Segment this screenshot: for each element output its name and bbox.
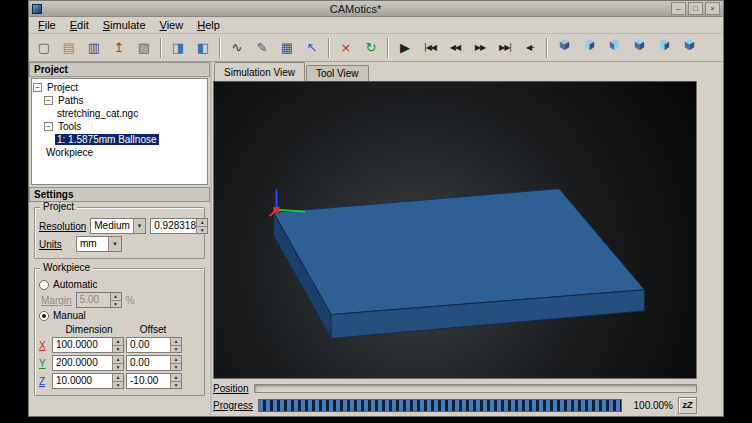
- spin-down-icon[interactable]: ▼: [171, 346, 181, 353]
- spin-down-icon[interactable]: ▼: [113, 382, 123, 389]
- spin-up-icon[interactable]: ▲: [171, 356, 181, 364]
- progress-bar: [258, 399, 622, 412]
- view-back-icon[interactable]: [652, 36, 676, 60]
- tree-item-label: Tools: [56, 121, 83, 132]
- open-project-icon[interactable]: ▤: [57, 36, 81, 60]
- margin-label[interactable]: Margin: [41, 295, 72, 306]
- z-offset-spinbox[interactable]: -10.00 ▲ ▼: [126, 373, 182, 389]
- window-title: CAMotics*: [42, 3, 669, 15]
- spin-down-icon[interactable]: ▼: [171, 382, 181, 389]
- position-label[interactable]: Position: [213, 383, 249, 394]
- close-button[interactable]: ×: [705, 2, 720, 15]
- spin-up-icon[interactable]: ▲: [113, 356, 123, 364]
- maximize-button[interactable]: □: [688, 2, 703, 15]
- collapse-icon[interactable]: −: [33, 83, 42, 92]
- z-axis-label[interactable]: Z: [39, 376, 50, 387]
- tree-item-gcode-file[interactable]: stretching_cat.ngc: [33, 107, 206, 120]
- manual-radio[interactable]: [39, 311, 49, 321]
- progress-label[interactable]: Progress: [213, 400, 253, 411]
- x-dimension-spinbox[interactable]: 100.0000 ▲ ▼: [52, 337, 124, 353]
- spin-up-icon[interactable]: ▲: [113, 374, 123, 382]
- project-group-legend: Project: [40, 202, 77, 212]
- view-front-icon[interactable]: [577, 36, 601, 60]
- menu-simulate[interactable]: Simulate: [96, 18, 153, 32]
- stop-icon[interactable]: ×: [334, 36, 358, 60]
- sleep-button[interactable]: zZ: [678, 397, 697, 414]
- view-top-icon[interactable]: [627, 36, 651, 60]
- y-offset-spinbox[interactable]: 0.00 ▲ ▼: [126, 355, 182, 371]
- fast-forward-icon[interactable]: ▶▶: [468, 36, 492, 60]
- view-right-icon[interactable]: [602, 36, 626, 60]
- spin-up-icon[interactable]: ▲: [113, 338, 123, 346]
- resolution-label[interactable]: Resolution: [39, 221, 86, 232]
- automatic-radio[interactable]: [39, 280, 49, 290]
- menu-help[interactable]: Help: [190, 18, 227, 32]
- spinner-buttons: ▲ ▼: [196, 219, 207, 233]
- grid-icon[interactable]: ▦: [275, 36, 299, 60]
- x-offset-spinbox[interactable]: 0.00 ▲ ▼: [126, 337, 182, 353]
- collapse-icon[interactable]: −: [44, 122, 53, 131]
- tree-item-tools[interactable]: − Tools: [33, 120, 206, 133]
- toolpath-icon[interactable]: ∿: [225, 36, 249, 60]
- spin-up-icon[interactable]: ▲: [171, 374, 181, 382]
- spin-up-icon[interactable]: ▲: [197, 219, 207, 227]
- menu-file[interactable]: File: [31, 18, 63, 32]
- x-axis-label[interactable]: X: [39, 340, 50, 351]
- play-icon[interactable]: ▶: [393, 36, 417, 60]
- rewind-icon[interactable]: ◀◀: [443, 36, 467, 60]
- menu-view[interactable]: View: [153, 18, 191, 32]
- resolution-spinbox[interactable]: 0.928318 ▲ ▼: [150, 218, 208, 234]
- reload-icon[interactable]: ↻: [359, 36, 383, 60]
- step-back-icon[interactable]: ◀–: [518, 36, 542, 60]
- position-row: Position: [213, 382, 697, 394]
- minimize-button[interactable]: –: [671, 2, 686, 15]
- resolution-row: Resolution Medium ▼ 0.928318 ▲ ▼: [39, 218, 200, 234]
- header-spacer: [39, 324, 53, 335]
- dimension-table-header: Dimension Offset: [39, 324, 200, 335]
- remove-tool-icon[interactable]: ◧: [191, 36, 215, 60]
- export-icon[interactable]: ↥: [107, 36, 131, 60]
- y-axis-label[interactable]: Y: [39, 358, 50, 369]
- view-bottom-icon[interactable]: [677, 36, 701, 60]
- new-project-icon[interactable]: ▢: [32, 36, 56, 60]
- resolution-select[interactable]: Medium ▼: [90, 218, 146, 234]
- edit-icon[interactable]: ✎: [250, 36, 274, 60]
- title-bar[interactable]: CAMotics* – □ ×: [29, 1, 723, 17]
- tree-item-label: Paths: [56, 95, 86, 106]
- select-icon[interactable]: ↖: [300, 36, 324, 60]
- spin-down-icon[interactable]: ▼: [113, 364, 123, 371]
- spin-down-icon[interactable]: ▼: [171, 364, 181, 371]
- tab-simulation-view[interactable]: Simulation View: [214, 62, 305, 81]
- chevron-down-icon[interactable]: ▼: [133, 219, 145, 233]
- skip-to-start-icon[interactable]: |◀◀: [418, 36, 442, 60]
- y-dimension-value: 200.0000: [53, 356, 112, 370]
- spin-up-icon[interactable]: ▲: [171, 338, 181, 346]
- tree-item-project[interactable]: − Project: [33, 81, 206, 94]
- menu-edit[interactable]: Edit: [63, 18, 96, 32]
- save-project-icon[interactable]: ▥: [82, 36, 106, 60]
- tab-tool-view[interactable]: Tool View: [306, 65, 369, 81]
- tree-item-paths[interactable]: − Paths: [33, 94, 206, 107]
- left-panel: Project − Project − Paths stretching_cat…: [29, 62, 212, 416]
- main-content: Project − Project − Paths stretching_cat…: [29, 62, 723, 416]
- snapshot-icon[interactable]: ▧: [132, 36, 156, 60]
- add-tool-icon[interactable]: ◨: [166, 36, 190, 60]
- spin-down-icon[interactable]: ▼: [113, 346, 123, 353]
- tree-item-label: stretching_cat.ngc: [55, 108, 140, 119]
- skip-to-end-icon[interactable]: ▶▶|: [493, 36, 517, 60]
- collapse-icon[interactable]: −: [44, 96, 53, 105]
- tree-item-workpiece[interactable]: Workpiece: [33, 146, 206, 159]
- y-dimension-spinbox[interactable]: 200.0000 ▲ ▼: [52, 355, 124, 371]
- spin-down-icon[interactable]: ▼: [197, 227, 207, 234]
- tree-item-ballnose-tool[interactable]: 1: 1.5875mm Ballnose: [33, 133, 206, 146]
- toolbar-separator: [328, 38, 330, 58]
- view-isometric-icon[interactable]: [552, 36, 576, 60]
- 3d-viewport[interactable]: [213, 81, 697, 379]
- spinner-buttons: ▲ ▼: [110, 293, 121, 307]
- position-slider[interactable]: [254, 384, 697, 393]
- z-dimension-spinbox[interactable]: 10.0000 ▲ ▼: [52, 373, 124, 389]
- units-select[interactable]: mm ▼: [76, 236, 122, 252]
- z-axis-row: Z 10.0000 ▲ ▼ -10.00 ▲ ▼: [39, 373, 200, 389]
- chevron-down-icon[interactable]: ▼: [108, 237, 121, 251]
- units-label[interactable]: Units: [39, 239, 72, 250]
